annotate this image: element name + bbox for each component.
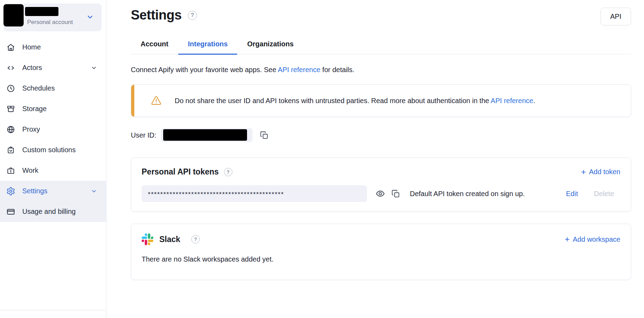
sidebar-nav: Home Actors Schedules [0, 37, 106, 222]
account-subtitle: Personal account [27, 19, 73, 26]
credit-card-icon [6, 207, 15, 216]
tab-organizations[interactable]: Organizations [237, 40, 303, 54]
sidebar-item-storage[interactable]: Storage [0, 99, 106, 119]
sidebar-item-label: Storage [22, 105, 47, 113]
user-id-row: User ID: [131, 128, 631, 142]
clock-icon [6, 84, 15, 93]
warning-triangle-icon [151, 95, 162, 106]
sidebar-item-label: Work [22, 166, 38, 174]
chevron-down-icon [91, 188, 97, 194]
copy-icon [260, 131, 269, 140]
delete-token-button[interactable]: Delete [594, 190, 614, 198]
token-description: Default API token created on sign up. [410, 190, 525, 198]
sidebar-item-schedules[interactable]: Schedules [0, 78, 106, 99]
card-title: Personal API tokens [142, 167, 219, 177]
sidebar-footer-divider [0, 310, 106, 318]
page-title: Settings [131, 8, 182, 23]
show-token-button[interactable] [375, 189, 385, 199]
personal-api-tokens-card: Personal API tokens ? + Add token ******… [131, 157, 631, 212]
slack-card: Slack ? + Add workspace There are no Sla… [131, 224, 631, 280]
settings-page: Settings ? API Account Integrations Orga… [106, 0, 644, 318]
sidebar-item-work[interactable]: Work [0, 160, 106, 181]
sidebar-item-label: Schedules [22, 84, 55, 92]
archive-box-icon [6, 104, 15, 114]
edit-token-button[interactable]: Edit [566, 190, 578, 198]
sidebar: Personal account Home Actors [0, 0, 106, 318]
settings-tabs: Account Integrations Organizations [131, 40, 631, 54]
sidebar-item-label: Usage and billing [22, 208, 75, 216]
gear-icon [6, 187, 15, 196]
plus-icon: + [565, 235, 570, 243]
bag-icon [6, 146, 15, 155]
help-icon[interactable]: ? [191, 235, 200, 243]
help-icon[interactable]: ? [188, 11, 197, 20]
api-reference-link[interactable]: API reference [491, 97, 533, 104]
sidebar-item-proxy[interactable]: Proxy [0, 119, 106, 140]
sidebar-item-label: Custom solutions [22, 146, 75, 154]
slack-empty-text: There are no Slack workspaces added yet. [142, 255, 620, 263]
warning-text: Do not share the user ID and API tokens … [175, 97, 535, 105]
token-row: ****************************************… [142, 185, 620, 202]
chevron-down-icon [86, 13, 94, 21]
plus-icon: + [581, 168, 586, 176]
api-reference-link[interactable]: API reference [278, 66, 320, 73]
warning-banner: Do not share the user ID and API tokens … [131, 84, 631, 117]
briefcase-icon [6, 166, 15, 175]
settings-section: Settings Usage and billing [0, 181, 106, 222]
intro-text: Connect Apify with your favorite web app… [131, 66, 631, 74]
api-button[interactable]: API [601, 8, 631, 25]
sidebar-item-label: Proxy [22, 125, 40, 133]
globe-icon [6, 125, 15, 134]
code-brackets-icon [6, 63, 15, 72]
sidebar-item-usage-and-billing[interactable]: Usage and billing [0, 201, 106, 222]
avatar [3, 4, 24, 26]
tab-account[interactable]: Account [131, 40, 178, 54]
copy-token-button[interactable] [391, 189, 400, 199]
slack-logo-icon [142, 233, 153, 245]
sidebar-item-custom-solutions[interactable]: Custom solutions [0, 140, 106, 160]
sidebar-item-settings[interactable]: Settings [0, 181, 106, 201]
card-title: Slack [159, 235, 180, 244]
eye-icon [375, 189, 385, 199]
chevron-down-icon [91, 65, 97, 71]
warning-accent-bar [131, 85, 134, 117]
account-switcher[interactable]: Personal account [3, 3, 102, 31]
user-id-value [161, 128, 253, 142]
add-workspace-button[interactable]: + Add workspace [565, 235, 620, 243]
add-token-button[interactable]: + Add token [581, 168, 620, 176]
help-icon[interactable]: ? [224, 168, 232, 176]
apify-console: Personal account Home Actors [0, 0, 644, 318]
copy-icon [391, 189, 400, 199]
sidebar-item-home[interactable]: Home [0, 37, 106, 57]
token-masked-field: ****************************************… [142, 185, 367, 202]
sidebar-item-label: Settings [22, 187, 47, 195]
home-icon [6, 43, 15, 52]
page-header: Settings ? API [131, 8, 631, 25]
sidebar-item-label: Actors [22, 64, 42, 72]
user-id-redacted [163, 129, 247, 141]
account-name-redacted [25, 7, 58, 16]
sidebar-item-actors[interactable]: Actors [0, 57, 106, 78]
user-id-label: User ID: [131, 131, 156, 139]
tab-integrations[interactable]: Integrations [178, 40, 237, 54]
sidebar-item-label: Home [22, 43, 41, 51]
copy-user-id-button[interactable] [260, 131, 269, 140]
